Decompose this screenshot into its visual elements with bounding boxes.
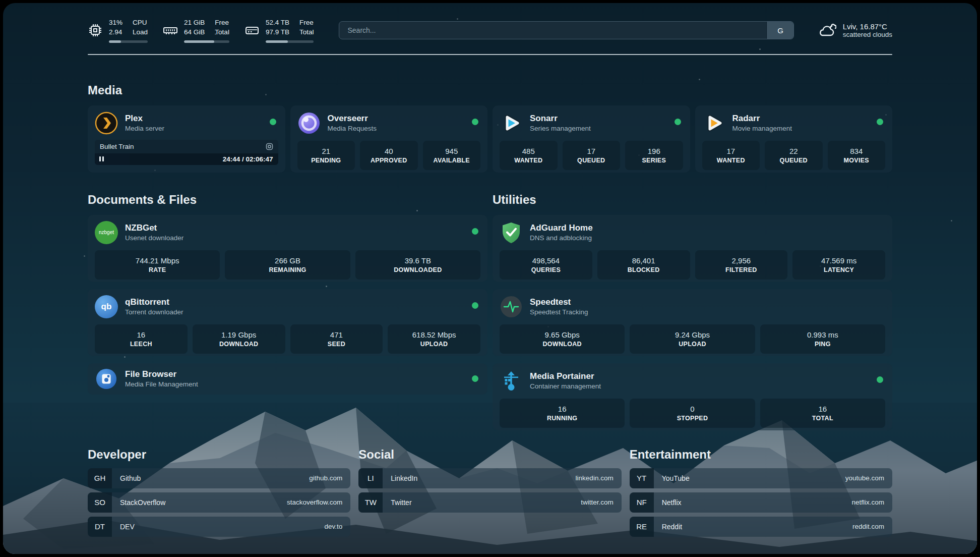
nzbget-card[interactable]: nzbget NZBGet Usenet downloader 744.21 M… <box>88 215 487 282</box>
sonarr-title: Sonarr <box>530 113 591 124</box>
adguard-subtitle: DNS and adblocking <box>530 234 593 243</box>
adguard-card[interactable]: AdGuard Home DNS and adblocking 498,564 … <box>493 215 892 282</box>
speedtest-card[interactable]: Speedtest Speedtest Tracking 9.65 Gbps D… <box>493 289 892 356</box>
plex-now-playing: Bullet Train <box>95 140 278 165</box>
sonarr-card[interactable]: Sonarr Series management 485 WANTED 17 Q… <box>493 105 690 173</box>
cpu-icon <box>88 23 103 37</box>
twitter-name: Twitter <box>383 498 411 507</box>
sonarr-status-dot <box>675 119 681 125</box>
radarr-card[interactable]: Radarr Movie management 17 WANTED 22 QUE… <box>695 105 893 173</box>
entertainment-section: Entertainment YT YouTube youtube.com NF … <box>630 448 892 537</box>
dashboard-window: 31% 2.94 CPU Load <box>3 3 977 554</box>
utilities-column: Utilities <box>493 193 892 430</box>
documents-column: Documents & Files nzbget NZBGet Usenet d… <box>88 193 487 430</box>
qbittorrent-status-dot <box>472 302 478 309</box>
nzbget-stat-rate: 744.21 Mbps RATE <box>95 250 220 280</box>
plex-icon <box>95 112 118 135</box>
adguard-stat-queries: 498,564 QUERIES <box>500 250 592 280</box>
netflix-name: Netflix <box>654 498 682 507</box>
bookmark-dev[interactable]: DT DEV dev.to <box>88 517 350 537</box>
memory-icon <box>163 23 178 37</box>
stackoverflow-name: StackOverflow <box>112 498 165 507</box>
plex-status-dot <box>270 119 276 125</box>
search-bar: G <box>339 21 793 39</box>
qbittorrent-stat-seed: 471 SEED <box>290 324 383 354</box>
weather-condition: scattered clouds <box>843 31 892 38</box>
reddit-url: reddit.com <box>852 523 892 530</box>
stackoverflow-url: stackoverflow.com <box>287 498 350 506</box>
cpu-label-top: CPU <box>133 18 148 28</box>
plex-title: Plex <box>125 113 164 124</box>
memory-label-bottom: Total <box>215 28 229 37</box>
memory-progress-fill <box>184 40 214 43</box>
cpu-stat: 31% 2.94 CPU Load <box>88 18 148 43</box>
netflix-badge: NF <box>630 492 654 513</box>
portainer-subtitle: Container management <box>530 382 601 391</box>
adguard-icon <box>500 221 523 244</box>
search-input[interactable] <box>339 22 767 39</box>
qbittorrent-stat-download: 1.19 Gbps DOWNLOAD <box>193 324 285 354</box>
filebrowser-card[interactable]: File Browser Media File Management <box>88 363 487 395</box>
radarr-stat-queued: 22 QUEUED <box>765 141 823 170</box>
speedtest-stat-download: 9.65 Gbps DOWNLOAD <box>500 324 625 354</box>
qbittorrent-icon: qb <box>95 295 118 318</box>
system-stats: 31% 2.94 CPU Load <box>88 18 314 43</box>
bookmark-linkedin[interactable]: LI LinkedIn linkedin.com <box>358 468 621 488</box>
snow-specks <box>3 3 5 5</box>
playback-progress-bar[interactable]: 24:44 / 02:06:47 <box>95 153 278 165</box>
section-heading-documents: Documents & Files <box>88 193 487 207</box>
portainer-card[interactable]: Media Portainer Container management 16 … <box>493 363 892 430</box>
bookmark-netflix[interactable]: NF Netflix netflix.com <box>630 492 892 513</box>
youtube-name: YouTube <box>654 474 690 482</box>
sonarr-stat-wanted: 485 WANTED <box>500 141 558 170</box>
section-heading-entertainment: Entertainment <box>630 448 892 462</box>
linkedin-name: LinkedIn <box>383 474 417 482</box>
plex-subtitle: Media server <box>125 124 164 133</box>
disk-label-top: Free <box>299 18 314 28</box>
memory-total-value: 64 GiB <box>184 28 205 37</box>
radarr-icon <box>702 112 725 135</box>
player-settings-icon[interactable] <box>266 143 273 150</box>
github-url: github.com <box>309 474 350 482</box>
section-heading-developer: Developer <box>88 448 350 462</box>
bookmark-twitter[interactable]: TW Twitter twitter.com <box>358 492 621 513</box>
memory-progress-track <box>184 40 229 43</box>
search-engine-button[interactable]: G <box>767 22 793 39</box>
portainer-stat-stopped: 0 STOPPED <box>630 399 755 428</box>
weather-location-temp: Lviv, 16.87°C <box>843 22 892 31</box>
radarr-title: Radarr <box>732 113 792 124</box>
radarr-stat-movies: 834 MOVIES <box>828 141 886 170</box>
bookmark-github[interactable]: GH Github github.com <box>88 468 350 488</box>
nzbget-stat-remaining: 266 GB REMAINING <box>225 250 350 280</box>
sonarr-stat-queued: 17 QUEUED <box>563 141 621 170</box>
overseerr-card[interactable]: Overseerr Media Requests 21 PENDING 40 A… <box>290 105 488 173</box>
cpu-usage-value: 31% <box>109 18 122 28</box>
now-playing-title: Bullet Train <box>100 143 134 150</box>
nzbget-title: NZBGet <box>125 222 183 233</box>
developer-section: Developer GH Github github.com SO StackO… <box>88 448 350 537</box>
speedtest-icon <box>500 295 523 318</box>
plex-card[interactable]: Plex Media server Bullet Train <box>88 105 285 173</box>
qbittorrent-card[interactable]: qb qBittorrent Torrent downloader 16 <box>88 289 487 356</box>
overseerr-icon <box>297 112 321 135</box>
memory-stat: 21 GiB 64 GiB Free Total <box>163 18 229 43</box>
nzbget-status-dot <box>472 228 478 235</box>
adguard-title: AdGuard Home <box>530 222 593 233</box>
bookmark-youtube[interactable]: YT YouTube youtube.com <box>630 468 892 488</box>
pause-icon[interactable] <box>99 156 104 161</box>
disk-free-value: 52.4 TB <box>266 18 289 28</box>
linkedin-url: linkedin.com <box>576 474 622 482</box>
section-heading-media: Media <box>88 83 892 97</box>
portainer-icon <box>500 369 523 393</box>
dev-badge: DT <box>88 517 112 537</box>
radarr-stat-wanted: 17 WANTED <box>702 141 760 170</box>
portainer-stat-running: 16 RUNNING <box>500 399 625 428</box>
bookmark-stackoverflow[interactable]: SO StackOverflow stackoverflow.com <box>88 492 350 513</box>
weather-widget[interactable]: Lviv, 16.87°C scattered clouds <box>817 22 892 38</box>
sonarr-icon <box>500 112 523 135</box>
memory-free-value: 21 GiB <box>184 18 205 28</box>
bookmark-reddit[interactable]: RE Reddit reddit.com <box>630 517 892 537</box>
disk-total-value: 97.9 TB <box>266 28 289 37</box>
netflix-url: netflix.com <box>851 498 892 506</box>
radarr-status-dot <box>877 119 883 125</box>
